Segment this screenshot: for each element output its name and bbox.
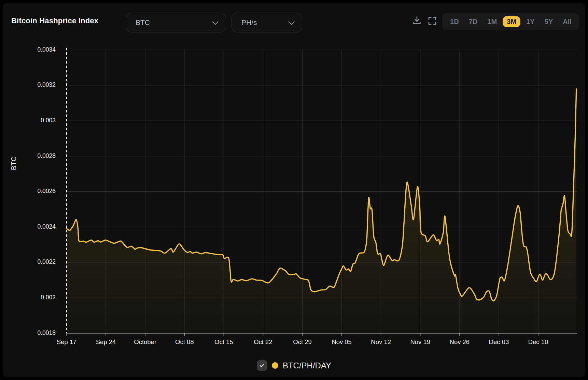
chart-legend: BTC/PH/DAY: [0, 360, 588, 371]
x-tick-label: Dec 03: [489, 338, 509, 345]
y-tick-label: 0.0034: [37, 46, 56, 53]
x-tick-label: Oct 15: [214, 338, 233, 345]
legend-series-dot: [272, 362, 278, 369]
legend-series-label[interactable]: BTC/PH/DAY: [283, 361, 331, 370]
y-tick-label: 0.0024: [37, 223, 56, 230]
x-tick-label: Sep 24: [96, 338, 116, 345]
y-tick-label: 0.0022: [37, 258, 56, 265]
x-tick-label: Oct 29: [293, 338, 312, 345]
legend-checkbox[interactable]: [257, 360, 267, 371]
y-tick-label: 0.0026: [37, 188, 56, 194]
y-tick-label: 0.002: [41, 294, 56, 301]
x-tick-label: Nov 26: [450, 338, 470, 345]
x-tick-label: Dec 10: [528, 338, 548, 345]
y-tick-label: 0.0028: [37, 152, 56, 159]
x-tick-label: Sep 17: [57, 338, 77, 345]
x-tick-label: Nov 05: [332, 338, 352, 345]
y-tick-label: 0.0018: [37, 329, 56, 336]
y-tick-label: 0.003: [41, 117, 56, 124]
check-icon: [259, 363, 265, 368]
chart-canvas[interactable]: 0.00340.00320.0030.00280.00260.00240.002…: [0, 0, 588, 380]
x-tick-label: Oct 08: [175, 338, 194, 345]
x-tick-label: Nov 19: [410, 338, 430, 345]
series-area-fill: [67, 89, 576, 333]
x-tick-label: Nov 12: [371, 338, 391, 345]
bitcoin-hashprice-page: Bitcoin Hashprice Index BTC PH/s 1D7D1M3…: [0, 0, 588, 380]
x-tick-label: Oct 22: [254, 338, 272, 345]
x-tick-label: October: [134, 338, 156, 345]
y-tick-label: 0.0032: [37, 81, 56, 88]
